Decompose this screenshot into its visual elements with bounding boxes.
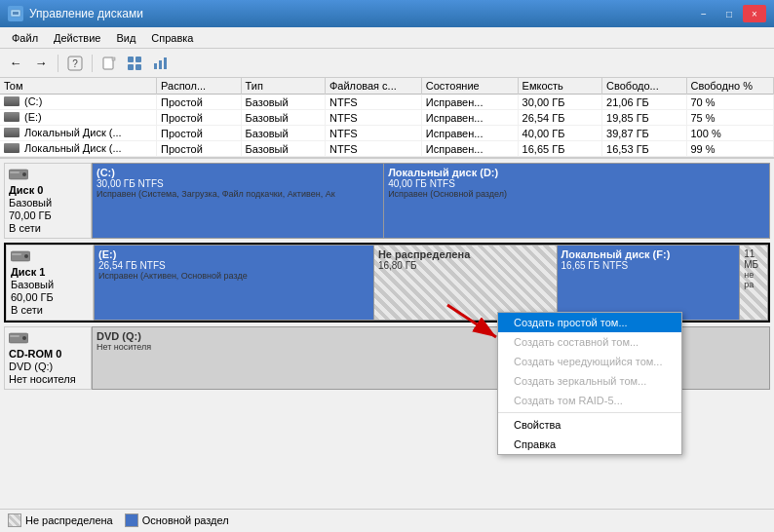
legend-label-unallocated: Не распределена (25, 514, 113, 526)
cell-type: Базовый (241, 95, 325, 110)
svg-rect-19 (12, 253, 21, 255)
cell-free-pct: 75 % (686, 110, 774, 126)
partition-d_drive[interactable]: Локальный диск (D:) 40,00 ГБ NTFS Исправ… (384, 164, 769, 238)
table-row[interactable]: (C:) Простой Базовый NTFS Исправен... 30… (0, 95, 774, 110)
ctx-item-0[interactable]: Создать простой том... (498, 313, 681, 332)
partition-e_drive[interactable]: (E:) 26,54 ГБ NTFS Исправен (Активен, Ос… (95, 246, 374, 320)
partition-name-e_drive: (E:) (98, 248, 369, 260)
disk-type-cdrom0: DVD (Q:) (9, 361, 87, 372)
legend-item-basic: Основной раздел (125, 513, 229, 527)
svg-rect-7 (128, 57, 134, 62)
context-menu: Создать простой том...Создать составной … (497, 312, 682, 455)
cell-filesystem: NTFS (325, 141, 421, 157)
svg-rect-22 (10, 335, 19, 337)
menu-help[interactable]: Справка (143, 30, 201, 46)
disk-label-name-disk1: Диск 1 (11, 266, 89, 278)
disk-label-name-cdrom0: CD-ROM 0 (9, 348, 87, 360)
svg-text:?: ? (72, 58, 78, 69)
disk-row-disk1: Диск 1 Базовый 60,00 ГБ В сети (E:) 26,5… (4, 243, 770, 323)
disk-partitions-disk1: (E:) 26,54 ГБ NTFS Исправен (Активен, Ос… (94, 245, 768, 321)
partition-status-d_drive: Исправен (Основной раздел) (388, 189, 765, 199)
cell-capacity: 40,00 ГБ (518, 126, 601, 141)
view-button[interactable] (123, 53, 146, 74)
disk-label-cdrom0: CD-ROM 0 DVD (Q:) Нет носителя (4, 326, 92, 390)
cell-type: Базовый (241, 126, 325, 141)
new-button[interactable] (97, 53, 121, 74)
partition-small_unalloc[interactable]: 11 МБ не ра (740, 246, 767, 320)
cell-filesystem: NTFS (325, 126, 421, 141)
disk-table-area: Том Распол... Тип Файловая с... Состояни… (0, 78, 774, 159)
partition-name-c_drive: (C:) (97, 167, 379, 178)
svg-rect-16 (10, 171, 19, 173)
disk-table: Том Распол... Тип Файловая с... Состояни… (0, 78, 774, 157)
disk-partitions-disk0: (C:) 30,00 ГБ NTFS Исправен (Система, За… (92, 163, 770, 239)
app-icon (8, 6, 23, 21)
cell-location: Простой (157, 110, 241, 126)
cell-status: Исправен... (421, 126, 518, 141)
partition-size-e_drive: 26,54 ГБ NTFS (98, 260, 369, 271)
col-free-pct: Свободно % (686, 78, 774, 95)
maximize-button[interactable]: □ (717, 5, 741, 22)
menu-action[interactable]: Действие (46, 30, 108, 46)
close-button[interactable]: × (743, 5, 766, 22)
cell-capacity: 30,00 ГБ (518, 95, 601, 110)
cell-type: Базовый (241, 110, 325, 126)
disk-icon (4, 112, 19, 122)
menu-view[interactable]: Вид (108, 30, 143, 46)
table-row[interactable]: Локальный Диск (... Простой Базовый NTFS… (0, 141, 774, 157)
partition-c_drive[interactable]: (C:) 30,00 ГБ NTFS Исправен (Система, За… (93, 164, 384, 238)
disk-label-disk1: Диск 1 Базовый 60,00 ГБ В сети (6, 245, 94, 321)
svg-rect-8 (135, 57, 141, 62)
disk-status-cdrom0: Нет носителя (9, 373, 87, 385)
partition-status-small_unalloc: не ра (744, 270, 763, 289)
title-bar: Управление дисками − □ × (0, 0, 774, 27)
svg-point-15 (22, 172, 26, 176)
help-button[interactable]: ? (63, 53, 87, 74)
col-free: Свободо... (602, 78, 686, 95)
menu-file[interactable]: Файл (4, 30, 46, 46)
toolbar-separator-2 (92, 55, 93, 72)
ctx-item-2: Создать чередующийся том... (498, 352, 681, 371)
minimize-button[interactable]: − (692, 5, 716, 22)
partition-size-c_drive: 30,00 ГБ NTFS (97, 178, 379, 189)
ctx-item-4: Создать том RAID-5... (498, 391, 681, 410)
cell-location: Простой (157, 95, 241, 110)
cell-location: Простой (157, 141, 241, 157)
table-row[interactable]: Локальный Диск (... Простой Базовый NTFS… (0, 126, 774, 141)
cell-location: Простой (157, 126, 241, 141)
svg-rect-10 (135, 64, 141, 70)
cell-volume: Локальный Диск (... (0, 126, 157, 141)
partition-size-f_drive: 16,65 ГБ NTFS (561, 260, 736, 271)
col-volume: Том (0, 78, 157, 95)
cell-free: 19,85 ГБ (602, 110, 686, 126)
partition-name-f_drive: Локальный диск (F:) (561, 248, 736, 260)
partition-name-d_drive: Локальный диск (D:) (388, 167, 765, 178)
back-button[interactable]: ← (4, 53, 27, 74)
legend-item-unallocated: Не распределена (8, 513, 113, 527)
partition-size-d_drive: 40,00 ГБ NTFS (388, 178, 765, 189)
cell-free: 21,06 ГБ (602, 95, 686, 110)
forward-button[interactable]: → (29, 53, 53, 74)
svg-rect-1 (13, 12, 19, 15)
ctx-separator-5 (498, 412, 681, 413)
ctx-item-7[interactable]: Справка (498, 435, 681, 454)
svg-point-21 (22, 336, 26, 340)
svg-rect-4 (103, 57, 113, 69)
legend-box-basic (125, 513, 138, 527)
table-row[interactable]: (E:) Простой Базовый NTFS Исправен... 26… (0, 110, 774, 126)
chart-button[interactable] (148, 53, 172, 74)
cell-type: Базовый (241, 141, 325, 157)
cell-volume: (E:) (0, 110, 157, 126)
cell-status: Исправен... (421, 110, 518, 126)
table-header-row: Том Распол... Тип Файловая с... Состояни… (0, 78, 774, 95)
cell-filesystem: NTFS (325, 110, 421, 126)
cell-free-pct: 100 % (686, 126, 774, 141)
partition-unallocated1[interactable]: Не распределена 16,80 ГБ (374, 246, 558, 320)
ctx-item-6[interactable]: Свойства (498, 415, 681, 435)
cell-volume: Локальный Диск (... (0, 141, 157, 157)
cell-free: 39,87 ГБ (602, 126, 686, 141)
disk-row-disk0: Диск 0 Базовый 70,00 ГБ В сети (C:) 30,0… (4, 163, 770, 239)
cell-capacity: 26,54 ГБ (518, 110, 601, 126)
partition-f_drive[interactable]: Локальный диск (F:) 16,65 ГБ NTFS (558, 246, 741, 320)
window-controls: − □ × (692, 5, 766, 22)
